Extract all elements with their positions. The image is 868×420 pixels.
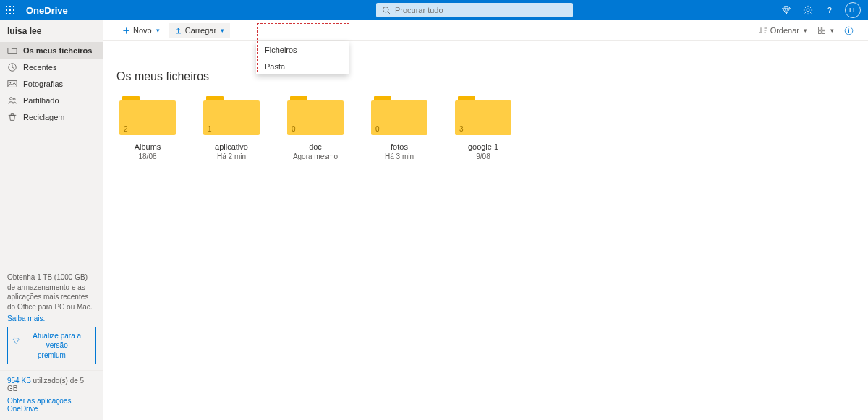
folder-name: aplicativo bbox=[215, 142, 248, 151]
premium-line2: premium bbox=[38, 351, 66, 360]
sort-icon bbox=[759, 26, 767, 35]
folder-meta: Há 3 min bbox=[385, 153, 414, 160]
page-title: Os meus ficheiros bbox=[116, 70, 855, 83]
folder-tile[interactable]: 0 fotos Há 3 min bbox=[368, 96, 430, 160]
folder-large-icon: 3 bbox=[455, 96, 511, 135]
folder-tile[interactable]: 1 aplicativo Há 2 min bbox=[200, 96, 263, 160]
clock-icon bbox=[7, 62, 17, 72]
chevron-down-icon: ▾ bbox=[830, 27, 834, 34]
folder-count: 2 bbox=[124, 125, 128, 133]
sidebar-item-label: Reciclagem bbox=[23, 113, 64, 121]
brand-label: OneDrive bbox=[26, 5, 68, 16]
plus-icon bbox=[122, 27, 130, 35]
svg-rect-0 bbox=[6, 6, 7, 7]
sort-label: Ordenar bbox=[770, 26, 799, 35]
svg-rect-21 bbox=[822, 31, 825, 34]
svg-rect-20 bbox=[819, 31, 822, 34]
upload-button[interactable]: Carregar ▾ bbox=[169, 23, 230, 38]
sidebar-item-label: Partilhado bbox=[23, 96, 59, 105]
folder-count: 3 bbox=[459, 125, 464, 133]
upload-folder-item[interactable]: Pasta bbox=[256, 58, 349, 74]
svg-rect-8 bbox=[13, 13, 14, 14]
svg-rect-24 bbox=[848, 30, 849, 33]
svg-rect-2 bbox=[13, 6, 14, 7]
sidebar-item-myfiles[interactable]: Os meus ficheiros bbox=[0, 42, 103, 59]
app-launcher-icon[interactable] bbox=[0, 0, 20, 20]
svg-line-10 bbox=[388, 12, 390, 14]
svg-rect-3 bbox=[6, 9, 7, 11]
svg-point-23 bbox=[848, 28, 849, 29]
upload-label: Carregar bbox=[185, 26, 216, 35]
folder-large-icon: 0 bbox=[287, 96, 344, 135]
premium-diamond-icon[interactable] bbox=[780, 4, 793, 17]
sidebar-item-label: Recentes bbox=[23, 63, 56, 72]
svg-point-11 bbox=[807, 9, 809, 12]
svg-point-17 bbox=[13, 98, 15, 100]
sidebar-item-recycle[interactable]: Reciclagem bbox=[0, 108, 103, 125]
svg-point-15 bbox=[10, 82, 12, 83]
premium-line1: Atualize para a versão bbox=[22, 331, 91, 350]
folder-meta: Agora mesmo bbox=[293, 153, 338, 160]
search-icon bbox=[382, 6, 391, 14]
user-avatar[interactable]: LL bbox=[845, 2, 861, 18]
folder-meta: 9/08 bbox=[476, 153, 490, 160]
sidebar-item-label: Os meus ficheiros bbox=[23, 46, 92, 55]
diamond-icon bbox=[12, 337, 20, 345]
search-input[interactable] bbox=[395, 6, 567, 14]
upload-files-item[interactable]: Ficheiros bbox=[256, 41, 349, 58]
svg-point-16 bbox=[10, 97, 13, 100]
upload-dropdown: Ficheiros Pasta bbox=[256, 41, 349, 74]
folder-large-icon: 2 bbox=[119, 96, 176, 135]
folder-large-icon: 0 bbox=[371, 96, 427, 135]
chevron-down-icon: ▾ bbox=[221, 27, 224, 34]
svg-rect-4 bbox=[9, 9, 11, 11]
info-button[interactable] bbox=[843, 25, 855, 37]
svg-rect-5 bbox=[13, 9, 14, 11]
folder-name: doc bbox=[309, 142, 322, 151]
sort-button[interactable]: Ordenar ▾ bbox=[757, 25, 809, 36]
folder-tile[interactable]: 0 doc Agora mesmo bbox=[284, 96, 346, 160]
folder-tile[interactable]: 3 google 1 9/08 bbox=[452, 96, 514, 160]
search-box[interactable] bbox=[376, 3, 573, 17]
info-icon bbox=[844, 26, 854, 35]
folder-count: 0 bbox=[292, 125, 296, 133]
svg-text:?: ? bbox=[827, 6, 832, 14]
folder-count: 0 bbox=[375, 125, 380, 133]
user-name: luisa lee bbox=[0, 20, 103, 42]
svg-rect-18 bbox=[819, 27, 822, 30]
grid-view-icon bbox=[817, 26, 826, 35]
folder-count: 1 bbox=[208, 125, 212, 133]
sidebar-item-recent[interactable]: Recentes bbox=[0, 59, 103, 75]
photo-icon bbox=[7, 79, 17, 89]
folder-name: fotos bbox=[391, 142, 408, 151]
svg-rect-1 bbox=[9, 6, 11, 7]
folder-name: Albums bbox=[135, 142, 161, 151]
new-label: Novo bbox=[133, 26, 152, 35]
new-button[interactable]: Novo ▾ bbox=[116, 23, 166, 38]
sidebar-item-shared[interactable]: Partilhado bbox=[0, 92, 103, 108]
chevron-down-icon: ▾ bbox=[804, 27, 807, 34]
svg-rect-19 bbox=[822, 27, 825, 30]
folder-grid: 2 Albums 18/08 1 aplicativo Há 2 min 0 d… bbox=[116, 96, 855, 160]
get-apps-link[interactable]: Obter as aplicações OneDrive bbox=[7, 397, 96, 413]
folder-tile[interactable]: 2 Albums 18/08 bbox=[116, 96, 179, 160]
chevron-down-icon: ▾ bbox=[156, 27, 160, 34]
svg-point-9 bbox=[383, 7, 388, 13]
people-icon bbox=[7, 95, 17, 106]
sidebar-item-label: Fotografias bbox=[23, 80, 63, 88]
folder-meta: Há 2 min bbox=[217, 153, 246, 160]
help-icon[interactable]: ? bbox=[823, 4, 836, 17]
svg-rect-7 bbox=[9, 13, 11, 14]
storage-info: 954 KB utilizado(s) de 5 GB bbox=[7, 377, 96, 393]
settings-gear-icon[interactable] bbox=[801, 4, 814, 17]
folder-icon bbox=[7, 46, 17, 56]
upload-icon bbox=[174, 27, 182, 35]
view-toggle-button[interactable]: ▾ bbox=[816, 25, 835, 36]
trash-icon bbox=[7, 112, 17, 122]
storage-used-link[interactable]: 954 KB bbox=[7, 377, 31, 385]
folder-meta: 18/08 bbox=[138, 153, 156, 160]
folder-name: google 1 bbox=[468, 142, 498, 151]
promo-learn-more-link[interactable]: Saiba mais. bbox=[7, 314, 45, 322]
sidebar-item-photos[interactable]: Fotografias bbox=[0, 75, 103, 92]
upgrade-premium-button[interactable]: Atualize para a versão premium bbox=[7, 327, 96, 364]
